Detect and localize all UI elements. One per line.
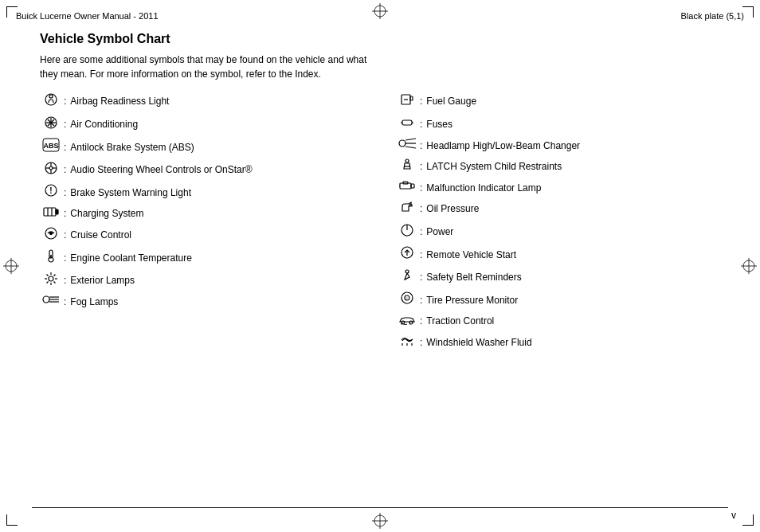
symbol-label: Fuses [426,118,452,131]
svg-text:ABS: ABS [43,142,58,150]
symbol-icon [396,158,418,177]
list-item: !:Tire Pressure Monitor [396,291,720,310]
corner-mark-br [742,514,754,526]
list-item: :Charging System [40,206,364,222]
corner-mark-bl [6,514,18,526]
page-title: Vehicle Symbol Chart [40,32,720,46]
symbol-label: LATCH System Child Restraints [426,160,562,174]
symbol-label: Cruise Control [70,229,131,242]
list-item: :Fuel Gauge [396,92,720,111]
list-item: :Fog Lamps [40,294,364,310]
symbol-icon [396,268,418,288]
symbol-icon: ! [396,291,418,310]
symbol-label: Audio Steering Wheel Controls or OnStar® [70,163,252,177]
list-item: :Oil Pressure [396,200,720,219]
list-item: :Headlamp High/Low-Beam Changer [396,138,720,154]
list-item: :Fuses [396,115,720,135]
symbol-label: Windshield Washer Fluid [426,336,531,350]
footer-rule [32,507,728,508]
list-item: ABS:Antilock Brake System (ABS) [40,138,364,157]
svg-point-61 [405,159,409,162]
symbol-label: Exterior Lamps [70,274,135,288]
list-item: :Traction Control [396,314,720,330]
symbol-label: Safety Belt Reminders [426,271,521,284]
list-item: :Safety Belt Reminders [396,268,720,288]
symbol-icon [396,245,418,264]
svg-line-46 [47,281,49,283]
svg-point-47 [43,296,49,303]
symbol-label: Remote Vehicle Start [426,248,516,262]
svg-rect-65 [411,184,414,188]
symbol-icon [40,161,62,180]
svg-rect-52 [410,96,413,100]
left-column: :Airbag Readiness Light:Air Conditioning… [40,92,364,356]
list-item: :Airbag Readiness Light [40,92,364,111]
symbol-label: Antilock Brake System (ABS) [70,141,194,155]
symbol-label: Brake System Warning Light [70,186,191,200]
svg-rect-54 [402,120,412,125]
symbol-icon [396,138,418,154]
right-column: :Fuel Gauge:Fuses:Headlamp High/Low-Beam… [396,92,720,356]
registration-mark-left [3,258,19,274]
svg-line-44 [54,281,56,283]
list-item: :Air Conditioning [40,115,364,135]
list-item: :Windshield Washer Fluid [396,334,720,353]
symbol-icon [396,115,418,135]
page-number: v [731,510,736,521]
list-item: !:Brake System Warning Light [40,183,364,202]
symbol-label: Airbag Readiness Light [70,95,169,108]
symbol-columns: :Airbag Readiness Light:Air Conditioning… [40,92,720,356]
symbol-icon: ABS [40,138,62,157]
list-item: :Exterior Lamps [40,272,364,291]
symbol-icon [396,223,418,242]
svg-text:!: ! [49,186,52,195]
header-right: Black plate (5,1) [681,11,744,21]
symbol-icon [396,92,418,111]
symbol-icon [40,226,62,245]
main-content: Vehicle Symbol Chart Here are some addit… [40,32,720,500]
list-item: :Engine Coolant Temperature [40,248,364,268]
symbol-label: Traction Control [426,315,494,328]
symbol-label: Oil Pressure [426,202,479,216]
svg-point-13 [49,95,53,98]
registration-mark-right [741,258,757,274]
symbol-icon [40,92,62,111]
svg-point-34 [50,232,53,234]
svg-rect-30 [56,209,58,214]
symbol-label: Charging System [70,207,143,221]
svg-line-43 [47,274,49,276]
symbol-icon [40,248,62,268]
intro-text: Here are some additional symbols that ma… [40,53,382,81]
symbol-label: Engine Coolant Temperature [70,252,192,265]
registration-mark-bottom [372,513,388,529]
symbol-icon [396,180,418,196]
symbol-label: Tire Pressure Monitor [426,294,518,307]
svg-line-60 [405,147,416,148]
symbol-icon [396,334,418,353]
symbol-icon [40,115,62,135]
symbol-icon [40,206,62,222]
list-item: :Audio Steering Wheel Controls or OnStar… [40,161,364,180]
symbol-label: Headlamp High/Low-Beam Changer [426,139,580,153]
list-item: :Malfunction Indicator Lamp [396,180,720,196]
svg-text:!: ! [406,296,407,301]
symbol-icon [40,294,62,310]
list-item: :Remote Vehicle Start [396,245,720,264]
svg-line-58 [405,139,416,140]
header: Buick Lucerne Owner Manual - 2011 Black … [0,8,760,24]
list-item: :LATCH System Child Restraints [396,158,720,177]
symbol-label: Fuel Gauge [426,95,476,108]
list-item: :Cruise Control [40,226,364,245]
list-item: :Power [396,223,720,242]
symbol-label: Air Conditioning [70,118,138,131]
symbol-icon [396,200,418,219]
symbol-icon [396,314,418,330]
symbol-label: Power [426,225,453,239]
symbol-icon [40,272,62,291]
svg-rect-29 [44,208,56,216]
header-left: Buick Lucerne Owner Manual - 2011 [16,11,159,21]
symbol-label: Malfunction Indicator Lamp [426,182,541,195]
symbol-icon: ! [40,183,62,202]
svg-line-45 [54,274,56,276]
symbol-label: Fog Lamps [70,295,118,309]
